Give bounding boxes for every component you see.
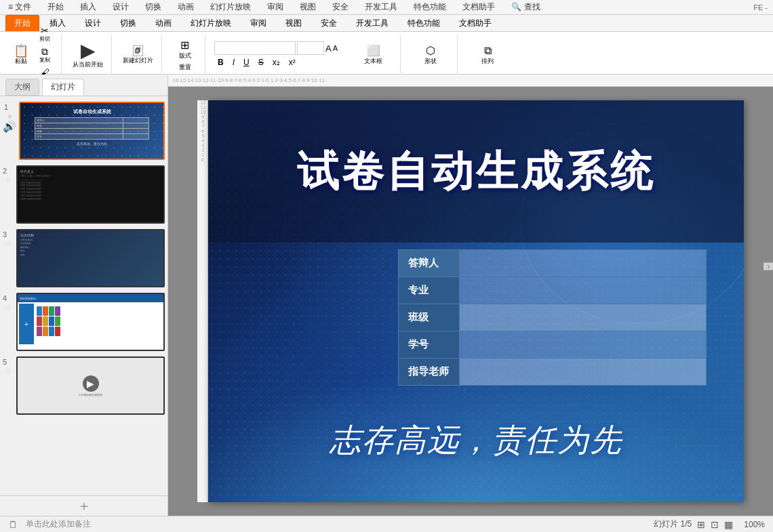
table-row-id: 学号	[399, 331, 707, 359]
main-slide-canvas[interactable]: 试卷自动生成系统 答辩人 专业	[208, 100, 744, 502]
menu-dev[interactable]: 开发工具	[362, 0, 400, 14]
arrange-label: 排列	[481, 57, 494, 66]
bold-button[interactable]: B	[214, 56, 227, 68]
cut-button[interactable]: ✂ 剪切	[34, 24, 56, 44]
view-normal-icon[interactable]: ⊞	[697, 519, 705, 530]
tab-animation[interactable]: 动画	[146, 15, 180, 31]
slide-thumb-4[interactable]: 4 ☆ 系统界面展示 + ...	[3, 293, 165, 351]
slide-number-5: 5	[3, 356, 14, 366]
menu-design[interactable]: 设计	[110, 0, 132, 14]
underline-button[interactable]: U	[240, 56, 253, 68]
new-slide-button[interactable]: 🗐 新建幻灯片	[120, 44, 156, 66]
italic-button[interactable]: I	[229, 56, 238, 68]
layout-label: 版式	[179, 52, 191, 60]
ruler-marks: ·16·15·14·13·12·11·10·9·8·7·6·5·4·3·2·1·…	[171, 77, 773, 83]
slide-number-4: 4	[3, 293, 14, 302]
slide-preview-5[interactable]: ▶ 1.出演自动生成性统	[16, 356, 165, 415]
grid-cell-10: ...	[43, 327, 48, 336]
superscript-button[interactable]: x²	[285, 56, 299, 68]
view-present-icon[interactable]: ▦	[724, 519, 733, 530]
table-label-class: 班级	[399, 304, 460, 331]
font-name-input[interactable]	[214, 41, 296, 55]
ribbon-group-paste: 📋 粘贴 ✂ 剪切 ⧉ 复制 🖌 格式刷	[5, 35, 62, 75]
slide-preview-2[interactable]: 研究意义 TOPIC LEVEL 1 TOPIC LEVEL 2 ───────…	[16, 165, 165, 224]
slide-preview-3[interactable]: 论文结构 管理员登陆页; 有主要搜索; 教师查询; 核对; 欢迎;	[16, 229, 165, 287]
scroll-right-button[interactable]: ›	[764, 262, 773, 270]
slide-thumb-5[interactable]: 5 ☆ ▶ 1.出演自动生成性统	[3, 356, 165, 415]
ribbon: 开始 插入 设计 切换 动画 幻灯片放映 审阅 视图 安全 开发工具 特色功能 …	[0, 15, 773, 75]
grid-cell-6: ...	[43, 316, 48, 326]
menu-search[interactable]: 🔍 查找	[509, 0, 542, 14]
paste-button[interactable]: 📋 粘贴	[11, 43, 31, 67]
arrange-button[interactable]: ⧉ 排列	[479, 43, 496, 67]
ribbon-group-from-current: ▶ 从当前开始	[64, 35, 112, 75]
tab-view[interactable]: 视图	[277, 15, 311, 31]
tab-security[interactable]: 安全	[312, 15, 346, 31]
menu-home[interactable]: 开始	[45, 0, 66, 14]
toolbar-label-fe: FE -	[753, 3, 768, 12]
menu-insert[interactable]: 插入	[77, 0, 99, 14]
slide-table-area: 答辩人 专业 班级 学	[398, 249, 707, 386]
reset-label: 重置	[179, 63, 191, 72]
grid-cell-9: ...	[37, 327, 42, 336]
slide-speaker-icon: 🔊	[3, 120, 16, 133]
menu-view[interactable]: 视图	[297, 0, 319, 14]
arrange-icon: ⧉	[484, 45, 492, 57]
textbox-button[interactable]: ⬜ 文本框	[361, 43, 385, 67]
note-placeholder[interactable]: 单击此处添加备注	[26, 518, 91, 530]
slide-subtitle: 志存高远，责任为先	[208, 420, 744, 462]
menu-review[interactable]: 审阅	[264, 0, 286, 14]
slide-thumb-2[interactable]: 2 ☆ 研究意义 TOPIC LEVEL 1 TOPIC LEVEL 2 ───…	[3, 165, 165, 224]
table-value-defender[interactable]	[460, 250, 707, 277]
table-value-major[interactable]	[460, 277, 707, 304]
ribbon-group-arrange: ⧉ 排列	[460, 35, 515, 75]
new-slide-label: 新建幻灯片	[123, 56, 153, 65]
note-icon: 🗒	[8, 519, 18, 530]
slide-star-3: ☆	[5, 240, 12, 247]
tab-review[interactable]: 审阅	[241, 15, 275, 31]
slide-preview-1[interactable]: 试卷自动生成系统 答辩人 专业 班级 学号 志存高远，责任为先	[19, 102, 165, 160]
tab-slideshow[interactable]: 幻灯片放映	[182, 15, 240, 31]
table-row-class: 班级	[399, 304, 707, 331]
grid-cell-4: ...	[55, 306, 60, 316]
font-grow-icon[interactable]: A	[325, 43, 332, 54]
strikethrough-button[interactable]: S	[255, 56, 267, 68]
table-value-advisor[interactable]	[460, 359, 707, 386]
slide-thumb-1[interactable]: 1 ★ 🔊 试卷自动生成系统 答辩人 专业 班级 学号 志存高	[3, 102, 165, 160]
menu-transition[interactable]: 切换	[142, 0, 164, 14]
menu-file[interactable]: ≡ 文件	[5, 0, 34, 14]
copy-button[interactable]: ⧉ 复制	[34, 45, 56, 65]
slide-preview-4[interactable]: 系统界面展示 + ... ... ... ... ...	[16, 293, 165, 351]
zoom-level: 100%	[744, 520, 765, 529]
tab-design[interactable]: 设计	[76, 15, 110, 31]
menu-animation[interactable]: 动画	[175, 0, 197, 14]
slide5-play-icon: ▶	[87, 378, 94, 389]
menu-docassist[interactable]: 文档助手	[460, 0, 498, 14]
slide-preview-inner-2: 研究意义 TOPIC LEVEL 1 TOPIC LEVEL 2 ───────…	[18, 167, 163, 222]
slide-title-area: 试卷自动生成系统	[208, 100, 744, 243]
font-shrink-icon[interactable]: A	[333, 44, 338, 52]
table-label-advisor: 指导老师	[399, 359, 460, 386]
main-area: 大纲 幻灯片 1 ★ 🔊 试卷自动生成系统 答辩人 专业	[0, 75, 773, 516]
menu-special[interactable]: 特色功能	[411, 0, 449, 14]
table-value-id[interactable]	[460, 331, 707, 359]
view-grid-icon[interactable]: ⊡	[711, 519, 719, 530]
table-value-class[interactable]	[460, 304, 707, 331]
shape-button[interactable]: ⬡ 形状	[422, 43, 439, 67]
add-slide-button[interactable]: ＋	[0, 495, 167, 516]
font-size-input[interactable]: 0	[297, 41, 324, 55]
tab-dev[interactable]: 开发工具	[347, 15, 397, 31]
sidebar-tab-slides[interactable]: 幻灯片	[42, 79, 84, 96]
ribbon-group-new-slide: 🗐 新建幻灯片	[115, 35, 162, 75]
tab-special[interactable]: 特色功能	[399, 15, 449, 31]
subscript-button[interactable]: x₂	[269, 56, 283, 68]
menu-security[interactable]: 安全	[330, 0, 351, 14]
tab-docassist[interactable]: 文档助手	[450, 15, 500, 31]
menu-slideshow[interactable]: 幻灯片放映	[207, 0, 254, 14]
layout-button[interactable]: ⊞ 版式	[176, 37, 194, 62]
slide-thumb-3[interactable]: 3 ☆ 论文结构 管理员登陆页; 有主要搜索; 教师查询; 核对; 欢迎;	[3, 229, 165, 287]
tab-transition[interactable]: 切换	[111, 15, 145, 31]
from-current-button[interactable]: ▶ 从当前开始	[70, 40, 106, 70]
reset-button[interactable]: 重置	[176, 62, 194, 73]
sidebar-tab-outline[interactable]: 大纲	[5, 79, 39, 96]
